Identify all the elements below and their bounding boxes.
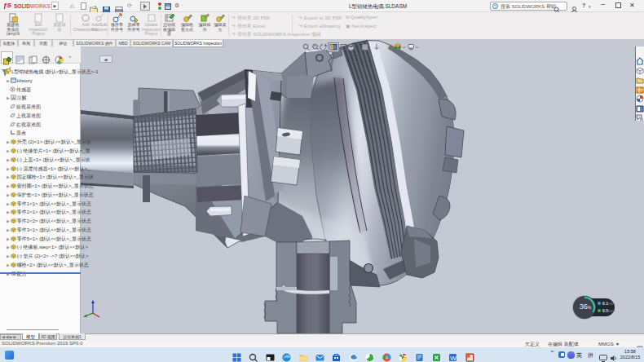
svg-text:A: A (12, 95, 15, 100)
svg-text:W: W (450, 355, 457, 362)
